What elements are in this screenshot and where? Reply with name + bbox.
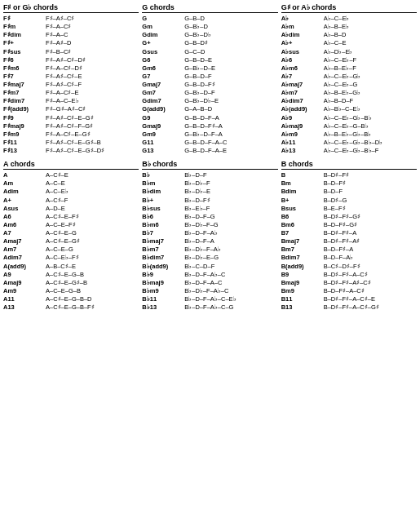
chord-notes: B♭–C–D–F — [184, 263, 214, 271]
section-gsharp-aflat: G♯ or A♭ chordsA♭A♭–C–E♭A♭mA♭–B–E♭A♭dimA… — [281, 3, 417, 155]
chord-name: A♭m — [281, 23, 324, 31]
chord-row: A(add9)A–B–C♯–E — [3, 263, 139, 271]
chord-row: B♭dim7B♭–D♭–E–G — [142, 254, 277, 262]
chord-row: GdimG–B♭–D♭ — [142, 31, 277, 39]
chord-name: B♭(add9) — [142, 263, 184, 271]
chord-notes: A♭–B–E♭–F — [324, 64, 356, 73]
chord-name: Bdim7 — [281, 254, 324, 262]
chord-notes: B–D♯–G — [324, 197, 347, 205]
chord-row: A♭+A♭–C–E — [281, 39, 417, 47]
chord-row: Bm6B–D–F♯–G♯ — [281, 221, 417, 229]
chord-name: A11 — [3, 295, 46, 303]
chord-notes: A♭–C–E♭–G♭ — [324, 73, 361, 81]
chord-row: F♯11F♯–A♯–C♯–E–G♯–B — [3, 139, 139, 147]
chord-name: A6 — [3, 213, 46, 221]
chord-name: Gdim — [142, 31, 184, 39]
chord-notes: B–D–F–A♭ — [324, 254, 354, 262]
chord-name: A9 — [3, 271, 46, 279]
chord-row: F♯m9F♯–A–C♯–E–G♯ — [3, 131, 139, 139]
chord-row: F♯(add9)F♯–G♯–A♯–C♯ — [3, 105, 139, 113]
chord-row: A6A–C♯–E–F♯ — [3, 213, 139, 221]
chord-name: G — [142, 15, 184, 23]
chord-name: G6 — [142, 56, 184, 64]
chord-name: Am — [3, 179, 46, 188]
chord-notes: F♯–A–C♯–E–G♯ — [46, 131, 91, 139]
chord-name: B♭6 — [142, 213, 184, 221]
chord-name: Gm9 — [142, 131, 184, 139]
chord-row: F♯maj7F♯–A♯–C♯–F — [3, 81, 139, 89]
chord-notes: F♯–A♯–D — [46, 39, 71, 47]
chord-notes: A–C♯–E — [46, 171, 69, 179]
chord-row: GG–B–D — [142, 15, 277, 23]
chord-notes: A♭–B–D–F — [324, 97, 354, 105]
chord-row: A♭6A♭–C–E♭–F — [281, 56, 417, 64]
chord-row: F♯dim7F♯–A–C–E♭ — [3, 97, 139, 105]
section-a: A chordsAA–C♯–EAmA–C–EAdimA–C–E♭A+A–C♯–F… — [3, 160, 139, 312]
chord-notes: B–D♯–F♯–A♯ — [324, 237, 360, 246]
chord-name: B♭ — [142, 171, 184, 179]
chord-row: F♯m7F♯–A–C♯–E — [3, 89, 139, 97]
section-title-b: B chords — [281, 160, 417, 170]
chord-name: G13 — [142, 147, 184, 155]
chord-name: B♭m — [142, 179, 184, 188]
section-title-g: G chords — [142, 3, 277, 13]
chord-row: F♯dimF♯–A–C — [3, 31, 139, 39]
chord-notes: A–C–E–G — [46, 246, 73, 254]
chord-notes: F♯–A♯–C♯–F–G♯ — [46, 122, 93, 131]
chord-name: F♯7 — [3, 73, 46, 81]
chord-row: B7B–D♯–F♯–A — [281, 229, 417, 237]
chord-name: B♭13 — [142, 303, 184, 312]
chord-row: B+B–D♯–G — [281, 197, 417, 205]
chord-row: B♭m6B♭–D♭–F–G — [142, 221, 277, 229]
chord-name: A♭6 — [281, 56, 324, 64]
chord-name: A♭7 — [281, 73, 324, 81]
chord-notes: A♭–B–E♭ — [324, 23, 349, 31]
chord-row: B♭+B♭–D–F♯ — [142, 197, 277, 205]
chord-name: A♭m6 — [281, 64, 324, 73]
chord-notes: G–B–D♯ — [184, 39, 208, 47]
chord-name: A(add9) — [3, 263, 46, 271]
chord-notes: G–B–D–F♯–A — [184, 122, 223, 131]
chord-notes: A–C♯–E–G♯ — [46, 237, 80, 246]
chord-row: A♭m6A♭–B–E♭–F — [281, 64, 417, 73]
chord-notes: B♭–D♭–E — [184, 188, 210, 196]
chord-name: F♯11 — [3, 139, 46, 147]
chord-row: B♭dimB♭–D♭–E — [142, 188, 277, 196]
chord-row: G13G–B–D–F–A–E — [142, 147, 277, 155]
chord-name: F♯ — [3, 15, 46, 23]
chord-notes: B♭–D♭–F–A♭ — [184, 246, 221, 254]
chord-row: BdimB–D–F — [281, 188, 417, 196]
chord-row: Gmaj9G–B–D–F♯–A — [142, 122, 277, 131]
chord-row: A♭A♭–C–E♭ — [281, 15, 417, 23]
chord-name: G(add9) — [142, 105, 184, 113]
section-title-gsharp-aflat: G♯ or A♭ chords — [281, 3, 417, 13]
chord-name: A♭ — [281, 15, 324, 23]
chord-notes: F♯–A♯–C♯–E — [46, 73, 82, 81]
chord-notes: G–B♭–D–F — [184, 89, 214, 97]
chord-notes: G–C–D — [184, 48, 205, 56]
chord-row: Bm7B–D–F♯–A — [281, 246, 417, 254]
chord-name: Bm — [281, 179, 324, 188]
chord-name: Gm7 — [142, 89, 184, 97]
chord-notes: B–D♯–F♯ — [324, 171, 349, 179]
chord-notes: A–C♯–E–G–B–D — [46, 295, 92, 303]
main-grid: F♯ or G♭ chordsF♯F♯–A♯–C♯F♯mF♯–A–C♯F♯dim… — [3, 3, 417, 316]
chord-notes: A–C♯–E–F♯ — [46, 213, 79, 221]
chord-notes: A–B–C♯–E — [46, 263, 76, 271]
chord-name: A♭maj7 — [281, 81, 324, 89]
chord-name: Gm6 — [142, 64, 184, 73]
chord-row: GsusG–C–D — [142, 48, 277, 56]
chord-row: F♯+F♯–A♯–D — [3, 39, 139, 47]
chord-name: B13 — [281, 303, 324, 312]
section-title-fsharp-gflat: F♯ or G♭ chords — [3, 3, 139, 13]
chord-name: Asus — [3, 205, 46, 213]
chord-notes: F♯–A–C♯ — [46, 23, 71, 31]
chord-name: Am9 — [3, 287, 46, 295]
chord-row: A11A–C♯–E–G–B–D — [3, 295, 139, 303]
chord-notes: A♭–C–E♭–G–B♭ — [324, 122, 369, 131]
chord-notes: G–B–D — [184, 15, 205, 23]
chord-notes: A♭–B–E♭–G♭–B♭ — [324, 131, 372, 139]
chord-notes: F♯–A♯–C♯–E–G♯ — [46, 114, 94, 122]
chord-notes: B♭–D–F–A♭–C–E♭ — [184, 295, 236, 303]
chord-row: BB–D♯–F♯ — [281, 171, 417, 179]
